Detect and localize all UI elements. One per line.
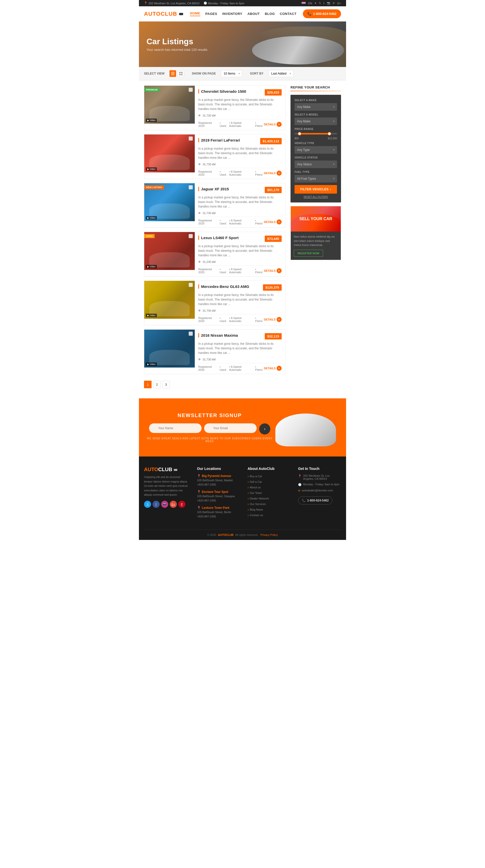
footer-phone-button[interactable]: 📞 1-800-624-5462: [298, 496, 332, 504]
lang-selector[interactable]: EN: [308, 2, 312, 5]
details-button[interactable]: DETAILS: [264, 366, 282, 371]
listing-checkbox[interactable]: [189, 88, 193, 92]
buy-car-link[interactable]: Buy a Car: [248, 474, 290, 478]
privacy-policy-link[interactable]: Privacy Policy: [260, 533, 278, 536]
instagram-link[interactable]: 📷: [327, 2, 330, 5]
list-item: Blog News: [248, 507, 290, 512]
footer-facebook-link[interactable]: f: [153, 501, 160, 508]
hours-info: 🕐 Monday - Friday: 8am to 6pm: [203, 2, 245, 5]
listing-checkbox[interactable]: [189, 185, 193, 189]
listing-checkbox[interactable]: [189, 283, 193, 287]
page-1-link[interactable]: 1: [144, 381, 152, 388]
newsletter-section: NEWSLETTER SIGNUP 👤 ✉ › WE SEND GREAT DE…: [139, 398, 346, 457]
filter-vehicles-button[interactable]: FILTER VEHICLES ›: [294, 185, 337, 194]
contact-address: 📍 202 Westham St, Los Angeles, CA 90014: [298, 474, 341, 480]
nav-inventory[interactable]: INVENTORY: [222, 12, 243, 16]
details-button[interactable]: DETAILS: [264, 268, 282, 273]
details-button[interactable]: DETAILS: [264, 170, 282, 176]
make-select[interactable]: Any Make: [294, 103, 337, 111]
page-2-link[interactable]: 2: [153, 381, 161, 388]
location-icon: 📍: [197, 490, 201, 494]
svg-rect-3: [179, 72, 181, 73]
listing-checkbox[interactable]: [189, 234, 193, 238]
logo: AUTOCLUB: [144, 11, 183, 17]
our-team-link[interactable]: Our Team: [248, 491, 290, 495]
price-slider[interactable]: [294, 133, 337, 134]
price-range: $00 $12,500: [294, 133, 337, 140]
sell-car-link[interactable]: Sell a Car: [248, 480, 290, 484]
search-sidebar: REFINE YOUR SEARCH SELECT A MAKE Any Mak…: [290, 86, 341, 393]
hero-content: Car Listings Your search has returned to…: [147, 37, 207, 52]
listing-image: ▶ Video: [144, 330, 195, 368]
list-item: Dealer Network: [248, 496, 290, 500]
nav-about[interactable]: ABOUT: [247, 12, 260, 16]
newsletter-email-input[interactable]: [204, 423, 257, 433]
nav-contact[interactable]: CONTACT: [280, 12, 296, 16]
contact-us-link[interactable]: Contact us: [248, 513, 290, 517]
price-max-handle[interactable]: [328, 132, 331, 135]
svg-rect-6: [181, 74, 183, 75]
sell-car-widget: SELL YOUR CAR Nam tellus eiisnis eleifen…: [290, 206, 341, 260]
blog-news-link[interactable]: Blog News: [248, 507, 290, 512]
contact-location-icon: 📍: [298, 474, 302, 478]
facebook-link[interactable]: f: [324, 2, 324, 5]
logo-text: AUTOCLUB: [144, 11, 183, 17]
listing-checkbox[interactable]: [189, 332, 193, 336]
vehicle-type-label: VEHICLE TYPE: [294, 142, 337, 145]
show-per-page-wrap: 10 Items 20 Items 50 Items: [221, 70, 242, 77]
fuel-type-select[interactable]: All Fuel Types: [294, 175, 337, 183]
listing-image: NEW LISTING ▶ Video: [144, 183, 195, 221]
contact-hours: 🕐 Monday - Friday: 8am to 6pm: [298, 483, 341, 486]
details-button[interactable]: DETAILS: [264, 317, 282, 322]
grid-view-icon[interactable]: [177, 70, 184, 77]
about-us-link[interactable]: About us: [248, 485, 290, 489]
listing-body: 2019 Ferrari LaFerrari $1,420,112 In a p…: [195, 134, 285, 179]
footer-gplus-link[interactable]: G+: [170, 501, 177, 508]
listing-price: $29,415: [265, 89, 282, 96]
top-bar: 📍 202 Westham St, Los Angeles, CA 90014 …: [139, 0, 346, 6]
gplus-link[interactable]: G+: [337, 2, 341, 5]
pinterest-link[interactable]: P: [333, 2, 335, 5]
reset-filters-link[interactable]: RESET ALL FILTERS: [294, 196, 337, 198]
details-button[interactable]: DETAILS: [264, 219, 282, 224]
newsletter-submit-button[interactable]: ›: [259, 423, 270, 435]
listing-title: Chevrolet Silverado 1500: [198, 89, 246, 94]
listing-tags: Registered 2019 Used 8-Speed Automatic P…: [198, 121, 264, 127]
sell-car-image: SELL YOUR CAR: [291, 206, 341, 231]
details-button[interactable]: DETAILS: [264, 122, 282, 127]
footer-twitter-link[interactable]: 𝕏: [144, 501, 151, 508]
refine-title: REFINE YOUR SEARCH: [290, 86, 341, 89]
page-3-link[interactable]: 3: [162, 381, 170, 388]
nav-home[interactable]: HOME: [190, 11, 200, 16]
footer-phone-icon: 📞: [302, 499, 306, 502]
nav-blog[interactable]: BLOG: [265, 12, 275, 16]
listing-checkbox[interactable]: [189, 136, 193, 141]
vehicle-type-select[interactable]: Any Type: [294, 146, 337, 154]
footer: AUTOCLUB Ceipising elit sed do eiusmod t…: [139, 457, 346, 540]
footer-instagram-link[interactable]: 📷: [161, 501, 168, 508]
vehicle-status-select[interactable]: Any Status: [294, 160, 337, 168]
price-min-handle[interactable]: [298, 132, 301, 135]
main-layout: PREMIUM ▶ Video Chevrolet Silverado 1500…: [139, 81, 346, 398]
list-view-icon[interactable]: [169, 70, 176, 77]
twitter-link[interactable]: 𝕏: [319, 2, 321, 5]
listing-description: In a pickup market gone fancy, the Silve…: [198, 293, 282, 306]
video-label: ▶ Video: [146, 167, 157, 171]
register-now-button[interactable]: REGISTER NOW: [294, 250, 323, 257]
phone-button[interactable]: 📞 1-800-624-5462: [303, 9, 341, 18]
newsletter-name-input[interactable]: [149, 423, 201, 433]
mileage-icon: ⊕: [198, 260, 201, 264]
list-item: Our Services: [248, 502, 290, 506]
our-services-link[interactable]: Our Services: [248, 502, 290, 506]
show-per-page-select[interactable]: 10 Items 20 Items 50 Items: [221, 70, 242, 77]
dealer-network-link[interactable]: Dealer Network: [248, 496, 290, 500]
listing-price: $51,170: [265, 187, 282, 193]
newsletter-content: NEWSLETTER SIGNUP 👤 ✉ › WE SEND GREAT DE…: [144, 412, 276, 443]
model-select[interactable]: Any Make: [294, 118, 337, 125]
nav-pages[interactable]: PAGES: [205, 12, 217, 16]
sort-by-select[interactable]: Last Added Price Low Price High: [268, 70, 294, 77]
video-label: ▶ Video: [146, 265, 157, 269]
listing-badge: NEW LISTING: [144, 185, 164, 189]
footer-pinterest-link[interactable]: P: [179, 501, 185, 508]
header: AUTOCLUB HOME PAGES INVENTORY ABOUT BLOG…: [139, 6, 346, 22]
